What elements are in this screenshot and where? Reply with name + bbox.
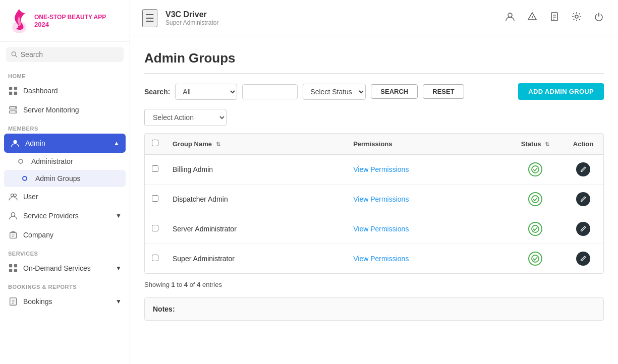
search-button[interactable]: SEARCH <box>371 84 418 99</box>
sidebar-item-service-providers-label: Service Providers <box>23 212 79 220</box>
sidebar-item-company[interactable]: Company <box>0 225 130 245</box>
sidebar-item-service-providers[interactable]: Service Providers ▼ <box>0 206 130 225</box>
row-checkbox[interactable] <box>152 225 158 231</box>
edit-button[interactable] <box>576 222 590 236</box>
svg-rect-19 <box>14 264 17 267</box>
view-permissions-link[interactable]: View Permissions <box>353 195 409 203</box>
edit-button[interactable] <box>576 162 590 176</box>
reset-button[interactable]: RESET <box>423 84 464 99</box>
row-checkbox[interactable] <box>152 195 158 202</box>
svg-point-36 <box>532 225 539 232</box>
bookings-chevron-icon: ▼ <box>116 298 122 305</box>
section-label-services: SERVICES <box>0 245 130 259</box>
settings-icon[interactable] <box>570 10 584 26</box>
admin-chevron-icon: ▲ <box>114 140 120 147</box>
row-group-name: Super Administrator <box>165 244 346 274</box>
sidebar-item-on-demand-services[interactable]: On-Demand Services ▼ <box>0 259 130 278</box>
sidebar-item-server-monitoring[interactable]: Server Monitoring <box>0 100 130 119</box>
header-title: V3C Driver <box>165 10 495 19</box>
row-checkbox[interactable] <box>152 165 158 172</box>
alert-icon[interactable] <box>525 10 539 26</box>
logo-icon <box>8 7 30 34</box>
table-body: Billing Admin View Permissions <box>145 154 603 273</box>
svg-rect-5 <box>9 92 12 95</box>
sidebar-item-bookings[interactable]: Bookings ▼ <box>0 292 130 311</box>
status-icon <box>527 191 543 207</box>
row-checkbox-cell <box>145 154 165 185</box>
svg-rect-22 <box>10 298 17 305</box>
row-permissions: View Permissions <box>346 214 508 244</box>
menu-toggle-button[interactable]: ☰ <box>142 9 157 27</box>
search-input[interactable] <box>21 50 119 58</box>
sidebar-item-admin[interactable]: Admin ▲ <box>4 134 126 153</box>
svg-rect-15 <box>10 233 17 238</box>
sidebar-item-admin-groups[interactable]: Admin Groups <box>4 170 126 187</box>
row-status <box>508 185 563 214</box>
company-icon <box>8 230 18 240</box>
search-status-select[interactable]: Select Status Active Inactive <box>303 84 366 100</box>
administrator-dot-icon <box>18 159 23 164</box>
profile-icon[interactable] <box>503 10 517 26</box>
row-action <box>563 185 603 214</box>
logo-text-bottom: 2024 <box>34 21 106 28</box>
svg-point-37 <box>532 255 539 262</box>
sidebar-item-user[interactable]: User <box>0 187 130 206</box>
svg-point-35 <box>532 196 539 203</box>
view-permissions-link[interactable]: View Permissions <box>353 225 409 233</box>
service-providers-icon <box>8 211 18 221</box>
svg-point-10 <box>15 111 16 112</box>
row-checkbox[interactable] <box>152 255 158 261</box>
sidebar-item-user-label: User <box>23 193 38 201</box>
status-check-icon <box>528 192 542 206</box>
view-permissions-link[interactable]: View Permissions <box>353 165 409 173</box>
search-filter-select[interactable]: All Group Name Status <box>175 84 237 100</box>
page-to: 4 <box>184 281 188 288</box>
edit-button[interactable] <box>576 192 590 206</box>
edit-button[interactable] <box>576 252 590 266</box>
table-row: Server Administrator View Permissions <box>145 214 603 244</box>
row-permissions: View Permissions <box>346 185 508 214</box>
admin-groups-table: Group Name ⇅ Permissions Status ⇅ Action… <box>145 134 603 273</box>
status-check-icon <box>528 162 542 176</box>
section-label-members: MEMBERS <box>0 119 130 134</box>
row-group-name: Billing Admin <box>165 154 346 185</box>
admin-groups-table-wrapper: Group Name ⇅ Permissions Status ⇅ Action… <box>144 133 604 274</box>
svg-point-26 <box>508 13 512 17</box>
svg-rect-18 <box>9 264 12 267</box>
add-admin-group-button[interactable]: ADD ADMIN GROUP <box>518 83 604 100</box>
svg-line-2 <box>15 55 17 57</box>
service-providers-chevron-icon: ▼ <box>116 212 122 219</box>
table-header-row: Group Name ⇅ Permissions Status ⇅ Action <box>145 134 603 154</box>
header-title-block: V3C Driver Super Administrator <box>165 10 495 26</box>
table-header-status[interactable]: Status ⇅ <box>508 134 563 154</box>
action-select[interactable]: Select Action Delete Selected <box>144 109 227 126</box>
table-row: Dispatcher Admin View Permissions <box>145 185 603 214</box>
notes-section: Notes: <box>144 297 604 321</box>
sidebar-item-server-monitoring-label: Server Monitoring <box>23 106 79 114</box>
table-header-group-name[interactable]: Group Name ⇅ <box>165 134 346 154</box>
admin-icon <box>10 138 20 148</box>
sidebar-item-administrator[interactable]: Administrator <box>0 153 130 170</box>
notes-title: Notes: <box>153 305 595 313</box>
power-icon[interactable] <box>592 10 606 26</box>
search-text-input[interactable] <box>242 84 298 99</box>
sidebar-item-on-demand-services-label: On-Demand Services <box>23 264 91 272</box>
row-status <box>508 214 563 244</box>
document-icon[interactable] <box>547 10 561 26</box>
section-label-bookings-reports: BOOKINGS & REPORTS <box>0 278 130 292</box>
svg-point-11 <box>13 140 17 144</box>
sidebar-item-dashboard[interactable]: Dashboard <box>0 81 130 100</box>
action-bar: Select Action Delete Selected <box>144 109 604 126</box>
row-status <box>508 244 563 274</box>
select-all-checkbox[interactable] <box>152 140 158 146</box>
status-check-icon <box>528 252 542 266</box>
svg-point-14 <box>11 213 15 216</box>
sidebar-item-administrator-label: Administrator <box>31 157 73 165</box>
group-name-sort-icon: ⇅ <box>216 141 220 147</box>
svg-rect-3 <box>9 87 12 90</box>
table-header-permissions: Permissions <box>346 134 508 154</box>
sidebar-search[interactable] <box>6 47 124 62</box>
server-monitoring-icon <box>8 105 18 115</box>
main-area: ☰ V3C Driver Super Administrator Admin <box>130 0 618 364</box>
view-permissions-link[interactable]: View Permissions <box>353 255 409 263</box>
